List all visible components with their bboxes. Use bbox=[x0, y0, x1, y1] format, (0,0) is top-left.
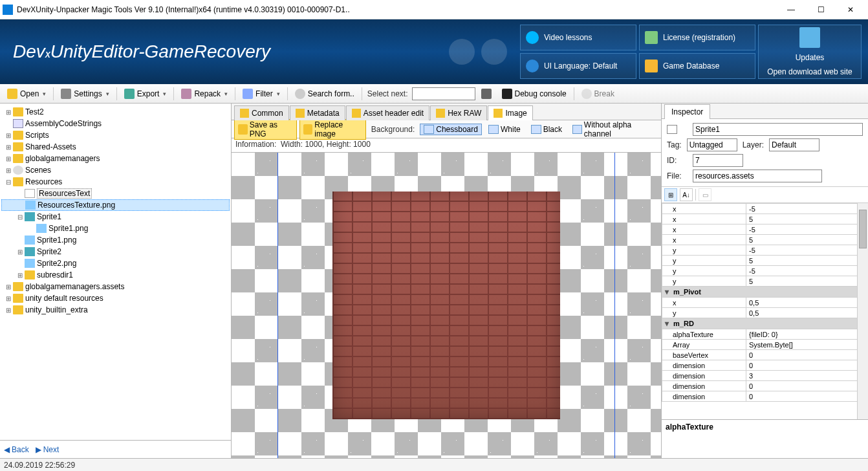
back-button[interactable]: ◀ Back bbox=[4, 445, 29, 454]
viewer-tab-common[interactable]: Common bbox=[234, 105, 289, 120]
tree-node[interactable]: Sprite2.png bbox=[1, 257, 230, 269]
debug-console-button[interactable]: Debug console bbox=[497, 87, 571, 101]
export-button[interactable]: Export▾ bbox=[120, 87, 171, 101]
tree-node[interactable]: ⊞globalgamemanagers bbox=[1, 153, 230, 164]
alphabetical-button[interactable]: A↓ bbox=[680, 188, 693, 201]
tree-node[interactable]: ⊞unity default resources bbox=[1, 292, 230, 304]
find-button[interactable] bbox=[477, 87, 496, 101]
id-input[interactable] bbox=[693, 154, 743, 167]
maximize-button[interactable]: ☐ bbox=[806, 0, 836, 19]
tree-node[interactable]: AssemblyCodeStrings bbox=[1, 118, 230, 129]
image-canvas[interactable] bbox=[232, 153, 661, 458]
tree-node[interactable]: ResourcesText bbox=[1, 188, 230, 199]
ui-language-label: UI Language: Default bbox=[544, 61, 617, 71]
property-row[interactable]: y5 bbox=[662, 276, 868, 287]
tree-toggle[interactable]: ⊞ bbox=[16, 272, 25, 279]
main-toolbar: Open▾ Settings▾ Export▾ Repack▾ Filter▾ … bbox=[0, 84, 868, 104]
replace-image-button[interactable]: Replace image bbox=[299, 119, 366, 140]
property-row[interactable]: dimension0 bbox=[662, 381, 868, 391]
property-row[interactable]: dimension0 bbox=[662, 360, 868, 371]
tree-node[interactable]: ⊞Scripts bbox=[1, 129, 230, 141]
tree-toggle[interactable]: ⊞ bbox=[4, 295, 13, 302]
img-icon bbox=[25, 259, 35, 268]
property-row[interactable]: x5 bbox=[662, 235, 868, 245]
inspector-tab[interactable]: Inspector bbox=[664, 104, 710, 119]
next-button[interactable]: ▶ Next bbox=[36, 445, 60, 454]
updates-button[interactable]: Updates Open download web site bbox=[758, 25, 862, 79]
property-row[interactable]: y-5 bbox=[662, 245, 868, 256]
bg-noalpha-option[interactable]: Without alpha channel bbox=[569, 119, 658, 140]
property-row[interactable]: y-5 bbox=[662, 266, 868, 276]
categorized-button[interactable]: ⊞ bbox=[664, 188, 677, 201]
property-row[interactable]: ▾ m_Pivot bbox=[662, 287, 868, 298]
object-name-input[interactable] bbox=[693, 123, 863, 136]
property-row[interactable]: y0,5 bbox=[662, 308, 868, 318]
tree-node[interactable]: ⊞subresdir1 bbox=[1, 269, 230, 281]
tree-toggle[interactable]: ⊞ bbox=[16, 248, 25, 256]
viewer-tab-hex-raw[interactable]: Hex RAW bbox=[430, 105, 487, 120]
property-row[interactable]: dimension3 bbox=[662, 371, 868, 381]
enabled-checkbox[interactable] bbox=[667, 125, 677, 134]
game-database-button[interactable]: Game Database bbox=[639, 53, 755, 79]
property-scrollbar[interactable] bbox=[857, 203, 868, 419]
property-grid[interactable]: x-5x5x-5x5y-5y5y-5y5▾ m_Pivotx0,5y0,5▾ m… bbox=[662, 203, 868, 419]
asset-tree[interactable]: ⊞Test2AssemblyCodeStrings⊞Scripts⊞Shared… bbox=[0, 104, 231, 440]
tree-toggle[interactable]: ⊞ bbox=[4, 144, 13, 151]
break-button[interactable]: Break bbox=[577, 87, 619, 101]
tree-toggle[interactable]: ⊞ bbox=[4, 167, 13, 174]
minimize-button[interactable]: — bbox=[776, 0, 806, 19]
terminal-icon bbox=[502, 89, 512, 99]
bg-chessboard-option[interactable]: Chessboard bbox=[420, 124, 482, 135]
tag-input[interactable] bbox=[687, 138, 737, 151]
tree-node[interactable]: ⊟Resources bbox=[1, 176, 230, 188]
property-row[interactable]: alphaTexture{fileID: 0} bbox=[662, 329, 868, 340]
texture-preview bbox=[332, 192, 560, 419]
updates-subtitle: Open download web site bbox=[767, 67, 852, 76]
tree-toggle[interactable]: ⊞ bbox=[4, 109, 13, 116]
file-input[interactable] bbox=[693, 170, 822, 182]
search-form-button[interactable]: Search form.. bbox=[290, 87, 359, 101]
property-row[interactable]: x0,5 bbox=[662, 298, 868, 308]
tree-node[interactable]: ⊞Shared-Assets bbox=[1, 141, 230, 153]
tree-toggle[interactable]: ⊞ bbox=[4, 307, 13, 314]
tree-node[interactable]: ⊞Scenes bbox=[1, 164, 230, 176]
bg-black-option[interactable]: Black bbox=[527, 124, 566, 135]
bg-white-option[interactable]: White bbox=[484, 124, 525, 135]
save-as-png-button[interactable]: Save as PNG bbox=[234, 119, 297, 140]
tree-node[interactable]: ⊞globalgamemanagers.assets bbox=[1, 281, 230, 292]
repack-button[interactable]: Repack▾ bbox=[177, 87, 232, 101]
close-button[interactable]: ✕ bbox=[836, 0, 865, 19]
select-next-input[interactable] bbox=[412, 87, 475, 100]
license-button[interactable]: License (registration) bbox=[639, 25, 755, 50]
property-row[interactable]: x5 bbox=[662, 214, 868, 225]
settings-button[interactable]: Settings▾ bbox=[56, 87, 113, 101]
layer-input[interactable] bbox=[769, 138, 819, 151]
video-lessons-button[interactable]: Video lessons bbox=[520, 25, 636, 50]
tree-toggle[interactable]: ⊞ bbox=[4, 283, 13, 290]
property-row[interactable]: ArraySystem.Byte[] bbox=[662, 340, 868, 350]
property-row[interactable]: x-5 bbox=[662, 204, 868, 214]
property-row[interactable]: y5 bbox=[662, 256, 868, 266]
filter-button[interactable]: Filter▾ bbox=[238, 87, 285, 101]
tree-node[interactable]: Sprite1.png bbox=[1, 234, 230, 246]
property-row[interactable]: x-5 bbox=[662, 225, 868, 235]
open-button[interactable]: Open▾ bbox=[3, 87, 50, 101]
tree-node[interactable]: ⊞Sprite2 bbox=[1, 246, 230, 257]
property-row[interactable]: dimension0 bbox=[662, 391, 868, 402]
tree-toggle[interactable]: ⊟ bbox=[16, 214, 25, 221]
viewer-tab-image[interactable]: Image bbox=[488, 105, 532, 120]
tree-node[interactable]: ⊞Test2 bbox=[1, 106, 230, 118]
tree-toggle[interactable]: ⊞ bbox=[4, 155, 13, 162]
property-row[interactable]: baseVertex0 bbox=[662, 350, 868, 360]
viewer-tab-asset-header-edit[interactable]: Asset header edit bbox=[346, 105, 429, 120]
property-pages-button[interactable]: ▭ bbox=[699, 188, 711, 201]
tree-toggle[interactable]: ⊟ bbox=[4, 179, 13, 186]
property-row[interactable]: ▾ m_RD bbox=[662, 318, 868, 329]
tree-node[interactable]: ResourcesTexture.png bbox=[1, 199, 230, 211]
ui-language-button[interactable]: UI Language: Default bbox=[520, 53, 636, 79]
tree-node[interactable]: ⊞unity_builtin_extra bbox=[1, 304, 230, 316]
viewer-tab-metadata[interactable]: Metadata bbox=[290, 105, 345, 120]
tree-node[interactable]: Sprite1.png bbox=[1, 223, 230, 234]
tree-node[interactable]: ⊟Sprite1 bbox=[1, 211, 230, 223]
tree-toggle[interactable]: ⊞ bbox=[4, 132, 13, 139]
